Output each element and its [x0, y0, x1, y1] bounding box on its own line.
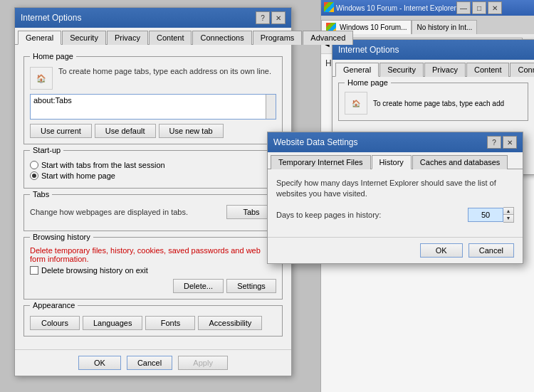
wds-tabs: Temporary Internet Files History Caches …	[268, 152, 523, 169]
home-page-desc: 🏠 To create home page tabs, type each ad…	[30, 67, 276, 90]
delete-history-checkbox-row[interactable]: Delete browsing history on exit	[30, 266, 276, 275]
tab-advanced[interactable]: Advanced	[303, 31, 353, 45]
iopt-partial-tab-privacy[interactable]: Privacy	[424, 63, 466, 77]
partial-tab-2[interactable]: No history in Int...	[412, 20, 477, 34]
wds-title: Website Data Settings	[273, 137, 358, 147]
home-page-content: 🏠 To create home page tabs, type each ad…	[30, 63, 276, 138]
spinner-down-btn[interactable]: ▼	[503, 215, 513, 222]
tab-privacy[interactable]: Privacy	[107, 31, 148, 45]
tabs-section-title: Tabs	[30, 190, 52, 198]
tab-content[interactable]: Content	[149, 31, 192, 45]
iopt-partial-home-section: Home page 🏠 To create home page tabs, ty…	[338, 83, 528, 121]
appearance-buttons: Colours Languages Fonts Accessibility	[30, 312, 276, 330]
iopt-cancel-button[interactable]: Cancel	[127, 356, 172, 370]
home-page-description: To create home page tabs, type each addr…	[58, 67, 271, 75]
iopt-partial-tab-content[interactable]: Content	[466, 63, 510, 77]
partial-minimize-btn[interactable]: —	[456, 1, 471, 14]
partial-close-btn[interactable]: ✕	[488, 1, 502, 14]
tabs-section: Tabs Change how webpages are displayed i…	[23, 194, 283, 231]
home-page-title: Home page	[30, 52, 76, 60]
iopt-partial-home-icon: 🏠	[345, 92, 367, 115]
iopt-partial-titlebar: Internet Options	[333, 40, 534, 60]
wds-close-btn[interactable]: ✕	[503, 136, 517, 149]
iopt-ok-button[interactable]: OK	[78, 356, 121, 370]
wds-days-label: Days to keep pages in history:	[276, 211, 462, 219]
tab-programs[interactable]: Programs	[253, 31, 303, 45]
history-settings-button[interactable]: Settings	[226, 279, 276, 293]
tab-security[interactable]: Security	[62, 31, 106, 45]
days-value[interactable]: 50	[468, 208, 503, 222]
home-icon: 🏠	[30, 67, 53, 90]
iopt-apply-button[interactable]: Apply	[178, 356, 228, 370]
iopt-help-btn[interactable]: ?	[256, 11, 270, 24]
wds-window-controls: ? ✕	[487, 136, 517, 149]
iopt-partial-title: Internet Options	[338, 45, 399, 55]
spinner-up-btn[interactable]: ▲	[503, 208, 513, 215]
startup-section: Start-up Start with tabs from the last s…	[23, 150, 283, 189]
wds-cancel-button[interactable]: Cancel	[468, 243, 514, 258]
iopt-close-btn[interactable]: ✕	[271, 11, 286, 24]
wds-titlebar: Website Data Settings ? ✕	[268, 132, 523, 152]
internet-options-titlebar: Internet Options ? ✕	[15, 8, 291, 28]
partial-window-controls: — □ ✕	[456, 1, 502, 14]
home-page-buttons: Use current Use default Use new tab	[30, 124, 276, 138]
colours-button[interactable]: Colours	[30, 316, 80, 330]
iopt-partial-tab-security[interactable]: Security	[379, 63, 424, 77]
partial-maximize-btn[interactable]: □	[472, 1, 486, 14]
startup-title: Start-up	[30, 146, 63, 154]
iopt-partial-home-content: 🏠 To create home page tabs, type each ad…	[345, 89, 522, 115]
startup-option-1[interactable]: Start with tabs from the last session	[30, 161, 276, 169]
website-data-settings-dialog: Website Data Settings ? ✕ Temporary Inte…	[267, 132, 523, 264]
iopt-body: Home page 🏠 To create home page tabs, ty…	[15, 45, 291, 349]
languages-button[interactable]: Languages	[83, 316, 142, 330]
internet-options-title: Internet Options	[21, 13, 81, 23]
home-page-section: Home page 🏠 To create home page tabs, ty…	[23, 56, 283, 144]
partial-title: Windows 10 Forum - Internet Explorer	[336, 4, 456, 12]
fonts-button[interactable]: Fonts	[145, 316, 195, 330]
iopt-partial-home-title: Home page	[345, 78, 391, 87]
appearance-title: Appearance	[30, 301, 78, 309]
use-default-button[interactable]: Use default	[95, 124, 156, 138]
iopt-tabs: General Security Privacy Content Connect…	[15, 28, 291, 45]
iopt-window-controls: ? ✕	[256, 11, 286, 24]
startup-radio-1[interactable]	[30, 161, 38, 169]
home-page-scrollbar[interactable]	[266, 95, 276, 119]
partial-titlebar: Windows 10 Forum - Internet Explorer — □…	[321, 0, 534, 16]
browsing-history-section: Browsing history Delete temporary files,…	[23, 237, 283, 300]
use-current-button[interactable]: Use current	[30, 124, 92, 138]
wds-tab-temp-files[interactable]: Temporary Internet Files	[271, 155, 371, 169]
wds-bottom-buttons: OK Cancel	[268, 237, 523, 263]
startup-radio-2[interactable]	[30, 171, 38, 180]
startup-options: Start with tabs from the last session St…	[30, 157, 276, 180]
iopt-bottom-buttons: OK Cancel Apply	[15, 349, 291, 376]
wds-tab-history[interactable]: History	[372, 155, 412, 169]
wds-help-btn[interactable]: ?	[487, 136, 501, 149]
iopt-partial-tab-connections[interactable]: Connections	[510, 63, 534, 77]
tabs-description: Change how webpages are displayed in tab…	[30, 208, 226, 216]
wds-tab-caches[interactable]: Caches and databases	[412, 155, 508, 169]
spinner-controls: ▲ ▼	[503, 207, 514, 223]
history-buttons: Delete... Settings	[30, 279, 276, 293]
tab-connections[interactable]: Connections	[192, 31, 251, 45]
use-new-tab-button[interactable]: Use new tab	[159, 124, 224, 138]
wds-body: Specify how many days Internet Explorer …	[268, 169, 523, 237]
accessibility-button[interactable]: Accessibility	[198, 316, 262, 330]
tabs-content: Change how webpages are displayed in tab…	[30, 201, 276, 219]
delete-button[interactable]: Delete...	[173, 279, 224, 293]
appearance-section: Appearance Colours Languages Fonts Acces…	[23, 305, 283, 337]
startup-opt1-label: Start with tabs from the last session	[41, 161, 165, 169]
partial-tab2-label: No history in Int...	[417, 23, 472, 31]
home-page-input[interactable]: about:Tabs	[30, 94, 276, 120]
wds-days-row: Days to keep pages in history: 50 ▲ ▼	[276, 207, 514, 223]
internet-options-dialog: Internet Options ? ✕ General Security Pr…	[14, 7, 292, 376]
iopt-partial-tabs: General Security Privacy Content Connect…	[333, 60, 534, 77]
startup-option-2[interactable]: Start with home page	[30, 171, 276, 180]
startup-opt2-label: Start with home page	[41, 171, 115, 180]
delete-history-checkbox[interactable]	[30, 266, 38, 275]
days-spinner[interactable]: 50 ▲ ▼	[468, 207, 514, 223]
iopt-partial-tab-general[interactable]: General	[335, 63, 379, 77]
home-page-value: about:Tabs	[33, 96, 72, 105]
windows-logo-icon	[324, 2, 336, 14]
tab-general[interactable]: General	[18, 31, 61, 45]
wds-ok-button[interactable]: OK	[420, 243, 463, 258]
